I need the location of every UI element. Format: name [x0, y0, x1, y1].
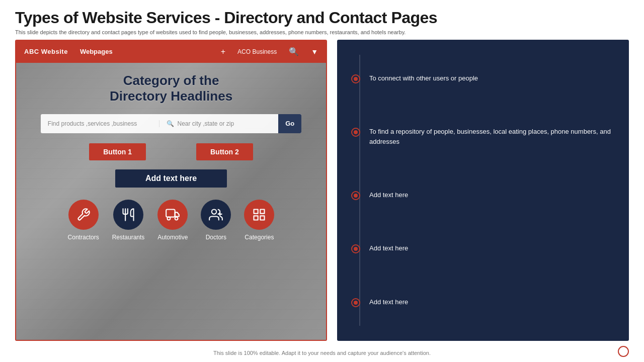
doctors-label: Doctors [206, 234, 226, 241]
dot-outer-2 [351, 128, 360, 137]
categories-label: Categories [245, 234, 274, 241]
buttons-row: Button 1 Button 2 [89, 143, 253, 160]
svg-rect-6 [254, 209, 258, 213]
timeline-section: To connect with other users or people To… [337, 40, 629, 341]
button-1[interactable]: Button 1 [89, 143, 146, 160]
svg-rect-0 [167, 209, 176, 217]
category-categories[interactable]: Categories [244, 200, 274, 241]
footer: This slide is 100% editable. Adapt it to… [0, 346, 644, 362]
doctors-icon-circle [201, 200, 231, 230]
timeline-text-2: To find a repository of people, business… [369, 127, 615, 146]
contractors-label: Contractors [68, 234, 99, 241]
go-button[interactable]: Go [278, 114, 301, 133]
category-restaurants[interactable]: Restaurants [112, 200, 145, 241]
categories-icon-circle [244, 200, 274, 230]
search-icon: 🔍 [167, 120, 174, 127]
navbar-dropdown-icon[interactable]: ▼ [311, 48, 318, 56]
button-2[interactable]: Button 2 [196, 143, 253, 160]
dot-inner-4 [354, 247, 358, 251]
dot-inner-1 [354, 77, 358, 81]
categories-row: Contractors Restaurants [68, 200, 275, 241]
category-contractors[interactable]: Contractors [68, 200, 99, 241]
restaurants-label: Restaurants [112, 234, 145, 241]
restaurants-icon-circle [113, 200, 143, 230]
search-right-field[interactable]: 🔍 Near city ,state or zip [159, 120, 278, 127]
timeline-dot-4 [351, 244, 360, 253]
content-row: ABC Website Webpages + ACO Business 🔍 ▼ … [0, 40, 644, 346]
search-bar[interactable]: Find products ,services ,business 🔍 Near… [41, 114, 301, 133]
navbar-aco-business: ACO Business [237, 48, 277, 55]
main-title: Types of Website Services - Directory an… [15, 9, 629, 27]
svg-point-2 [175, 217, 178, 220]
navbar: ABC Website Webpages + ACO Business 🔍 ▼ [16, 41, 326, 63]
timeline-item-2: To find a repository of people, business… [351, 127, 615, 146]
timeline-dot-2 [351, 128, 360, 137]
website-mockup: ABC Website Webpages + ACO Business 🔍 ▼ … [15, 40, 327, 341]
timeline-item-3: Add text here [351, 190, 615, 200]
search-left-field[interactable]: Find products ,services ,business [41, 120, 160, 127]
search-left-placeholder: Find products ,services ,business [48, 120, 137, 127]
timeline-text-3: Add text here [369, 190, 408, 200]
search-right-placeholder: Near city ,state or zip [177, 120, 234, 127]
dot-outer-5 [351, 298, 360, 307]
timeline-item-5: Add text here [351, 297, 615, 307]
navbar-webpages: Webpages [80, 48, 113, 55]
timeline-dot-3 [351, 191, 360, 200]
timeline-dot-5 [351, 298, 360, 307]
category-doctors[interactable]: Doctors [201, 200, 231, 241]
hero-headline: Category of the Directory Headlines [110, 73, 232, 104]
automotive-icon-circle [157, 200, 188, 230]
navbar-brand: ABC Website [24, 48, 68, 55]
navbar-plus-icon: + [221, 47, 225, 56]
svg-rect-8 [261, 216, 265, 220]
svg-point-1 [168, 217, 171, 220]
hero-headline-line2: Directory Headlines [110, 88, 232, 104]
footer-circle [618, 346, 629, 357]
footer-text: This slide is 100% editable. Adapt it to… [213, 350, 431, 356]
timeline-text-4: Add text here [369, 243, 408, 253]
hero-content: Category of the Directory Headlines Find… [26, 73, 316, 241]
subtitle: This slide depicts the directory and con… [15, 29, 629, 36]
category-automotive[interactable]: Automotive [157, 200, 188, 241]
dot-inner-2 [354, 130, 358, 134]
dot-inner-3 [354, 194, 358, 198]
svg-rect-7 [261, 209, 265, 213]
dot-inner-5 [354, 301, 358, 305]
dot-outer-4 [351, 244, 360, 253]
add-text-banner: Add text here [115, 169, 227, 188]
timeline-item-4: Add text here [351, 243, 615, 253]
timeline-text-1: To connect with other users or people [369, 73, 478, 83]
timeline-dot-1 [351, 74, 360, 83]
timeline-text-5: Add text here [369, 297, 408, 307]
svg-point-3 [212, 209, 216, 214]
dot-outer-1 [351, 74, 360, 83]
automotive-label: Automotive [157, 234, 188, 241]
dot-outer-3 [351, 191, 360, 200]
title-area: Types of Website Services - Directory an… [0, 0, 644, 40]
hero-headline-line1: Category of the [123, 73, 219, 88]
svg-rect-9 [254, 216, 258, 220]
contractors-icon-circle [68, 200, 99, 230]
hero-area: Category of the Directory Headlines Find… [16, 63, 326, 340]
navbar-search-icon[interactable]: 🔍 [289, 47, 299, 56]
timeline-item-1: To connect with other users or people [351, 73, 615, 83]
